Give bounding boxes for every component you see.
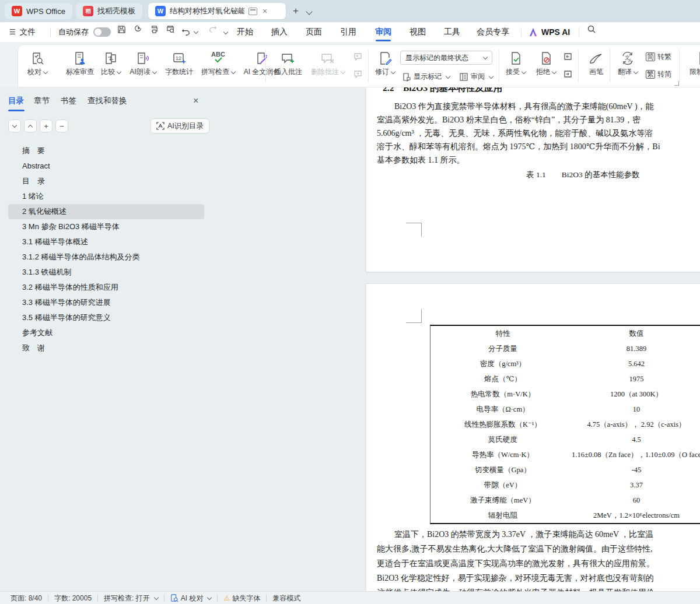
next-comment-icon[interactable] <box>352 68 363 80</box>
table-row: 带隙（eV）3.37 <box>430 477 700 493</box>
to-simplified-button[interactable]: 繁 转简 <box>646 69 671 79</box>
group-expand-icon[interactable] <box>674 81 679 86</box>
revise-icon <box>378 49 392 65</box>
save-icon[interactable] <box>114 22 128 36</box>
toc-item[interactable]: 1 绪论 <box>8 189 204 204</box>
print-icon[interactable] <box>147 22 161 36</box>
body-line: 5.606g/cm³ ，无毒、无臭、无味，系两性氧化物，能溶于酸、碱以及氨水等溶 <box>377 128 653 139</box>
menu-tab-view[interactable]: 视图 <box>406 22 429 42</box>
ai-proofread-status[interactable]: AI 校对 <box>164 592 218 604</box>
reject-button[interactable]: 拒绝 <box>533 49 559 77</box>
delete-comment-button[interactable]: 删除批注 <box>309 49 347 77</box>
menu-tab-page[interactable]: 页面 <box>302 22 326 42</box>
toc-item[interactable]: 3.2 稀磁半导体的性质和应用 <box>8 280 204 295</box>
markup-state-select[interactable]: 显示标记的最终状态 <box>400 51 492 65</box>
ai-recognize-toc-button[interactable]: AI识别目录 <box>150 118 209 134</box>
undo-button[interactable] <box>181 22 198 42</box>
word-count-indicator[interactable]: 字数: 20005 <box>48 592 97 604</box>
toc-zoom-out-icon[interactable]: − <box>55 120 68 132</box>
toc-item[interactable]: 致 谢 <box>8 340 204 356</box>
toc-item[interactable]: 3.1 稀磁半导体概述 <box>8 234 204 250</box>
translate-button[interactable]: 文A 翻译 <box>613 49 642 77</box>
document-canvas[interactable]: 2.2 Bi2O3 的基本特性及应用 Bi2O3 作为直接宽禁带半导体材料，具有… <box>212 87 700 591</box>
toc-item[interactable]: 3 Mn 掺杂 Bi2O3 稀磁半导体 <box>8 219 204 234</box>
translate-icon: 文A <box>620 49 635 65</box>
previous-change-icon[interactable] <box>562 51 573 62</box>
insert-comment-button[interactable]: 插入批注 <box>270 49 306 77</box>
new-tab-button[interactable]: + <box>293 5 299 17</box>
quickbar-more-chevron-icon[interactable] <box>224 22 228 42</box>
toc-item[interactable]: 目 录 <box>8 174 204 189</box>
to-traditional-button[interactable]: 简 转繁 <box>646 52 671 62</box>
export-pdf-icon[interactable] <box>131 22 145 36</box>
window-split-icon[interactable] <box>249 8 257 15</box>
margin-mark <box>406 322 421 323</box>
show-markup-button[interactable]: 显示标记 <box>402 72 450 82</box>
search-icon[interactable] <box>584 22 598 36</box>
toc-item[interactable]: 3.1.2 稀磁半导体的晶体结构及分类 <box>8 250 204 265</box>
previous-comment-icon[interactable] <box>352 51 363 62</box>
body-line: 这些优点使得它成为一种很有前途的紫外光电子器件材料，极具开发和使用价 <box>377 587 654 591</box>
pane-tab-toc[interactable]: 目录 <box>8 93 24 108</box>
tab-docer[interactable]: 稻 找稻壳模板 <box>76 3 142 19</box>
toc-item[interactable]: Abstract <box>8 159 204 174</box>
close-pane-icon[interactable]: × <box>193 93 198 108</box>
print-preview-icon[interactable] <box>163 22 177 36</box>
toc-item-selected[interactable]: 2 氧化铋概述 <box>8 204 204 219</box>
table-row: 线性热膨胀系数（K⁻¹）4.75（a-axis）， 2.92（c-axis） <box>430 417 700 432</box>
pane-tab-chapter[interactable]: 章节 <box>34 93 50 108</box>
revise-button[interactable]: 修订 <box>372 49 398 77</box>
spell-check-button[interactable]: ABC 拼写检查 <box>199 49 237 77</box>
menu-tab-review[interactable]: 审阅 <box>372 22 395 42</box>
pane-tab-bookmark[interactable]: 书签 <box>61 93 76 108</box>
value-cell: 1975 <box>575 375 698 384</box>
autosave-control[interactable]: 自动保存 <box>58 22 111 42</box>
menu-tab-home[interactable]: 开始 <box>233 22 257 42</box>
review-panel-button[interactable]: 审阅 <box>459 72 493 82</box>
toc-item[interactable]: 3.3 稀磁半导体的研究进展 <box>8 295 204 310</box>
menu-tab-member[interactable]: 会员专享 <box>474 22 512 42</box>
toc-item[interactable]: 3.5 稀磁半导体的研究意义 <box>8 310 204 325</box>
proofread-button[interactable]: 校对 <box>22 49 52 77</box>
menu-tab-reference[interactable]: 引用 <box>337 22 360 42</box>
toc-list: 摘 要 Abstract 目 录 1 绪论 2 氧化铋概述 3 Mn 掺杂 Bi… <box>0 143 212 356</box>
active-tab-underline <box>376 40 391 41</box>
docer-icon: 稻 <box>83 6 93 16</box>
standard-review-button[interactable]: 标准审查 <box>60 49 100 77</box>
missing-font-warning[interactable]: ⚠ 缺失字体 <box>218 592 266 604</box>
toc-item[interactable]: 摘 要 <box>8 143 204 159</box>
word-count-button[interactable]: 12 字数统计 <box>162 49 197 77</box>
document-page-9[interactable]: 特性 数值 分子质量81.389 密度（g/cm³）5.642 熔点（℃）197… <box>366 284 700 591</box>
next-change-icon[interactable] <box>562 68 573 80</box>
restrict-edit-button[interactable]: 限制编辑 <box>683 49 700 77</box>
pen-button[interactable]: 画笔 <box>583 49 610 77</box>
redo-button[interactable] <box>205 22 219 36</box>
pane-tab-find-replace[interactable]: 查找和替换 <box>88 93 127 108</box>
document-page-8[interactable]: 2.2 Bi2O3 的基本特性及应用 Bi2O3 作为直接宽禁带半导体材料，具有… <box>366 87 700 272</box>
review-panel-icon <box>459 72 468 82</box>
tab-wps-home[interactable]: W WPS Office <box>5 3 72 19</box>
close-tab-icon[interactable]: × <box>261 7 268 15</box>
compare-button[interactable]: 比较 <box>97 49 124 77</box>
toc-item[interactable]: 参考文献 <box>8 325 204 340</box>
review-panel-label: 审阅 <box>471 72 485 82</box>
page-indicator[interactable]: 页面: 8/40 <box>0 592 48 604</box>
menu-tab-tools[interactable]: 工具 <box>440 22 464 42</box>
accept-button[interactable]: 接受 <box>502 49 529 77</box>
tab-document[interactable]: W 结构对称性对氧化铋能带的影 × <box>148 3 286 19</box>
ai-read-button[interactable]: AI朗读 <box>125 49 160 77</box>
missing-font-label: 缺失字体 <box>232 594 260 603</box>
wps-ai-button[interactable]: WPS AI <box>528 22 570 42</box>
autosave-toggle[interactable] <box>93 27 111 37</box>
menu-tab-insert[interactable]: 插入 <box>268 22 291 42</box>
accept-icon <box>509 49 523 65</box>
undo-chevron-icon[interactable] <box>194 29 198 34</box>
tab-list-chevron-icon[interactable] <box>307 6 312 16</box>
toc-zoom-in-icon[interactable]: + <box>40 120 52 132</box>
spell-check-status[interactable]: 拼写检查: 打开 <box>98 592 164 604</box>
file-menu[interactable]: ☰ 文件 <box>9 22 36 42</box>
toc-item[interactable]: 3.1.3 铁磁机制 <box>8 265 204 280</box>
property-cell: 带隙（eV） <box>430 480 575 490</box>
toc-collapse-icon[interactable] <box>24 120 37 132</box>
toc-expand-icon[interactable] <box>8 120 21 132</box>
